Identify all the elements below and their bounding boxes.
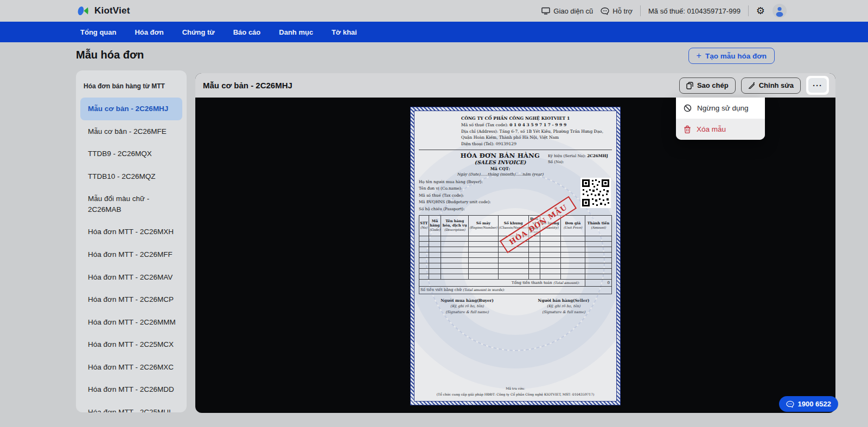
main-navigation: Tổng quanHóa đơnChứng từBáo cáoDanh mụcT… [0, 22, 868, 42]
company-name: CÔNG TY CỔ PHẦN CÔNG NGHỆ KIOTVIET 1 [461, 115, 608, 122]
edit-label: Chỉnh sửa [759, 81, 794, 89]
table-column-header: Thành tiền(Amount) [585, 215, 612, 236]
sidebar-group-title: Hóa đơn bán hàng từ MTT [76, 82, 187, 98]
words-label-en: (Total amount in words): [463, 288, 505, 292]
pencil-icon [748, 82, 755, 89]
number-label: Số (No): [548, 159, 612, 166]
user-avatar[interactable] [773, 4, 787, 18]
old-ui-link[interactable]: Giao diện cũ [541, 7, 593, 15]
sidebar-item-template[interactable]: Hóa đơn MTT - 2C26MCP [76, 288, 187, 311]
table-row [419, 268, 612, 274]
buyer-info-block: Họ tên người mua hàng (Buyer):Tên đơn vị… [419, 179, 612, 213]
table-row [419, 257, 612, 263]
menu-item-delete-template[interactable]: Xóa mẫu [676, 119, 765, 140]
table-row [419, 274, 612, 279]
company-address: Địa chỉ (Address): Tầng 6-7, số 1B Yết K… [461, 128, 608, 141]
sidebar-item-template[interactable]: Hóa đơn MTT - 2C25MCX [76, 333, 187, 356]
sidebar-item-template[interactable]: TTDB9 - 2C26MQX [76, 143, 187, 165]
sidebar-item-template[interactable]: Hóa đơn MTT - 2C26MDD [76, 378, 187, 401]
words-label: Số tiền viết bằng chữ [420, 288, 462, 292]
page-title: Mẫu hóa đơn [76, 49, 144, 61]
sidebar-item-template[interactable]: Hóa đơn MTT - 2C25MUI [76, 401, 187, 412]
company-phone: Điện thoại (Tel): 09139129 [461, 141, 608, 147]
buyer-signature: Người mua hàng(Buyer) (Ký, ghi rõ họ, tê… [419, 297, 515, 315]
create-template-button[interactable]: + Tạo mẫu hóa đơn [688, 48, 775, 64]
total-row: Tổng tiền thanh toán (Total amount): 0 [419, 279, 612, 286]
sidebar-item-template[interactable]: Mẫu đổi màu chữ - 2C26MAB [76, 187, 187, 221]
invoice-footer: Mã tra cứu: (Tổ chức cung cấp giải pháp … [419, 386, 612, 398]
brand-name: KiotViet [94, 5, 130, 16]
trash-icon [684, 125, 691, 133]
divider [640, 5, 641, 16]
hotline-chat-button[interactable]: 1900 6522 [779, 396, 838, 412]
seller-sign-note-en: (Signature & full name) [515, 309, 612, 315]
template-sidebar: Hóa đơn bán hàng từ MTT Mẫu cơ bản - 2C2… [76, 70, 187, 412]
amount-in-words-row: Số tiền viết bằng chữ (Total amount in w… [419, 287, 612, 294]
support-label: Hỗ trợ [612, 7, 633, 15]
nav-item[interactable]: Báo cáo [233, 28, 261, 36]
more-actions-button[interactable]: ··· [808, 78, 827, 93]
sidebar-item-template[interactable]: Hóa đơn MTT - 2C26MXH [76, 221, 187, 243]
old-ui-label: Giao diện cũ [553, 7, 593, 15]
invoice-serial-block: Ký hiệu (Serial No): 2C26MHJ Số (No): [548, 152, 612, 177]
invoice-preview-area: CÔNG TY CỔ PHẦN CÔNG NGHỆ KIOTVIET 1 Mã … [195, 98, 835, 413]
nav-item[interactable]: Chứng từ [182, 28, 215, 36]
total-label: Tổng tiền thanh toán [512, 281, 552, 285]
invoice-date-line: Ngày (Date)......tháng (month)......năm … [452, 172, 548, 177]
sidebar-item-template[interactable]: Hóa đơn MTT - 2C26MXC [76, 356, 187, 379]
sidebar-item-template[interactable]: Hóa đơn MTT - 2C26MAV [76, 266, 187, 289]
kiotviet-logo-icon [76, 4, 90, 18]
nav-item[interactable]: Danh mục [279, 28, 313, 36]
table-column-header: Số máy(Engine/Number) [469, 215, 498, 236]
delete-template-label: Xóa mẫu [697, 125, 726, 133]
separator-line [419, 150, 612, 150]
sidebar-item-template[interactable]: Mẫu cơ bản - 2C26MHJ [80, 98, 182, 120]
sidebar-item-template[interactable]: TTDB10 - 2C26MQZ [76, 165, 187, 188]
invoice-title: HÓA ĐƠN BÁN HÀNG [452, 152, 548, 159]
invoice-items-table: STT(No)Mã hàng(Code)Tên hàng hóa, dịch v… [419, 215, 612, 287]
table-column-header: Tên hàng hóa, dịch vụ(Description) [441, 215, 469, 236]
company-tax-label: Mã số thuế (Tax code): [461, 122, 508, 127]
support-link[interactable]: Hỗ trợ [601, 7, 633, 15]
seller-sign-note-vi: (Ký, ghi rõ họ, tên) [515, 303, 612, 309]
menu-item-stop-using[interactable]: Ngừng sử dụng [676, 98, 765, 119]
qr-code [580, 178, 611, 208]
nav-item[interactable]: Hóa đơn [135, 28, 163, 36]
template-list: Mẫu cơ bản - 2C26MHJMẫu cơ bản - 2C26MFE… [76, 98, 187, 412]
table-column-header: Đơn giá(Unit Price) [560, 215, 585, 236]
divider [748, 5, 749, 16]
nav-item[interactable]: Tổng quan [80, 28, 116, 36]
plus-icon: + [697, 51, 701, 61]
nav-item[interactable]: Tờ khai [331, 28, 357, 36]
sidebar-item-template[interactable]: Mẫu cơ bản - 2C26MFE [76, 120, 187, 143]
cqt-label: Mã CQT: [452, 166, 548, 171]
more-button-highlight: ··· [806, 76, 829, 95]
table-row [419, 263, 612, 268]
copy-icon [686, 82, 693, 89]
serial-label: Ký hiệu (Serial No): [548, 154, 586, 158]
copy-label: Sao chép [697, 81, 729, 89]
table-row [419, 252, 612, 257]
sidebar-item-template[interactable]: Hóa đơn MTT - 2C26MFF [76, 243, 187, 266]
total-value: 0 [585, 279, 612, 286]
edit-button[interactable]: Chỉnh sửa [741, 77, 801, 94]
serial-value: 2C26MHJ [587, 153, 608, 158]
invoice-subtitle: (SALES INVOICE) [452, 159, 548, 165]
copy-button[interactable]: Sao chép [679, 77, 736, 94]
company-tax-value: 0 1 0 4 3 5 9 7 1 7 - 9 9 9 [509, 122, 566, 127]
seller-signature: Người bán hàng(Seller) (Ký, ghi rõ họ, t… [515, 297, 612, 315]
gear-icon[interactable]: ⚙ [756, 6, 765, 16]
top-header: KiotViet Giao diện cũ Hỗ trợ Mã số thuế:… [0, 0, 868, 22]
monitor-icon [541, 7, 550, 15]
panel-title: Mẫu cơ bản - 2C26MHJ [203, 81, 292, 90]
table-column-header: Mã hàng(Code) [429, 215, 441, 236]
seller-sign-title: Người bán hàng(Seller) [515, 297, 612, 304]
buyer-sign-title: Người mua hàng(Buyer) [419, 297, 515, 304]
kiotviet-logo[interactable]: KiotViet [76, 4, 130, 18]
panel-header: Mẫu cơ bản - 2C26MHJ Sao chép Chỉnh sửa … [195, 73, 835, 98]
buyer-sign-note-en: (Signature & full name) [419, 309, 515, 315]
chat-bubble-icon [601, 7, 609, 15]
invoice-paper: CÔNG TY CỔ PHẦN CÔNG NGHỆ KIOTVIET 1 Mã … [410, 107, 621, 405]
sidebar-item-template[interactable]: Hóa đơn MTT - 2C26MMM [76, 311, 187, 334]
provider-line: (Tổ chức cung cấp giải pháp HĐĐT: Công t… [419, 392, 612, 398]
